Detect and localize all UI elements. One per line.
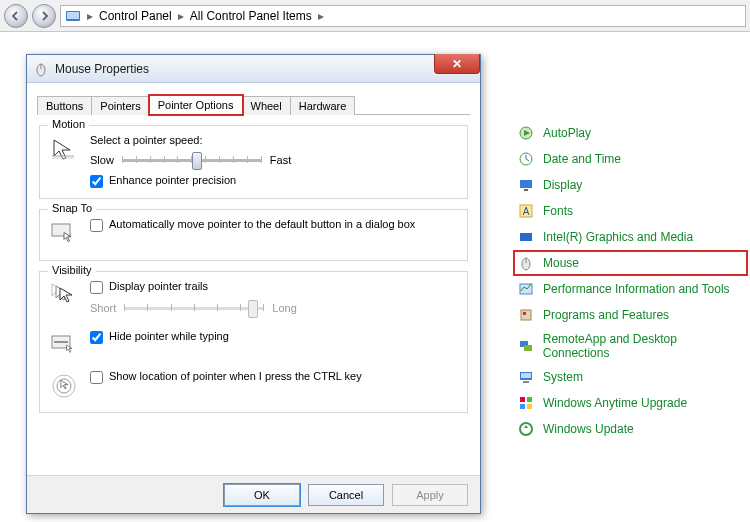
apply-button: Apply [392, 484, 468, 506]
close-button[interactable]: ✕ [434, 54, 480, 74]
cp-item-remoteapp[interactable]: RemoteApp and Desktop Connections [513, 328, 748, 364]
performance-icon [517, 280, 535, 298]
hide-pointer-icon [48, 330, 80, 362]
breadcrumb-root[interactable]: Control Panel [99, 9, 172, 23]
svg-rect-6 [524, 189, 528, 191]
motion-group: Motion Select a pointer speed: Slow [39, 125, 468, 199]
cp-item-label: Date and Time [543, 152, 621, 166]
cp-item-label: RemoteApp and Desktop Connections [543, 332, 744, 360]
nav-forward-button[interactable] [32, 4, 56, 28]
trails-short-label: Short [90, 302, 116, 314]
snap-to-icon [48, 218, 80, 250]
dialog-titlebar[interactable]: Mouse Properties ✕ [27, 55, 480, 83]
cp-item-label: Mouse [543, 256, 579, 270]
cp-item-system[interactable]: System [513, 364, 748, 390]
pointer-trails-icon [48, 280, 80, 312]
breadcrumb-level2[interactable]: All Control Panel Items [190, 9, 312, 23]
control-panel-icon [65, 8, 81, 24]
svg-rect-14 [523, 312, 526, 315]
tab-hardware[interactable]: Hardware [290, 96, 356, 115]
svg-point-24 [520, 423, 532, 435]
fonts-icon: A [517, 202, 535, 220]
cp-item-label: System [543, 370, 583, 384]
dialog-tabs: Buttons Pointers Pointer Options Wheel H… [37, 91, 470, 115]
auto-move-checkbox[interactable]: Automatically move pointer to the defaul… [90, 218, 459, 232]
cp-item-programs[interactable]: Programs and Features [513, 302, 748, 328]
svg-rect-21 [527, 397, 532, 402]
control-panel-items-list: AutoPlay Date and Time Display AFonts In… [513, 120, 748, 442]
pointer-trails-slider [124, 298, 264, 318]
address-bar[interactable]: ▸ Control Panel ▸ All Control Panel Item… [60, 5, 746, 27]
svg-rect-23 [527, 404, 532, 409]
enhance-precision-checkbox[interactable]: Enhance pointer precision [90, 174, 459, 188]
cp-item-display[interactable]: Display [513, 172, 748, 198]
snap-legend: Snap To [48, 202, 96, 214]
mouse-icon [517, 254, 535, 272]
ctrl-locate-icon [48, 370, 80, 402]
cp-item-performance[interactable]: Performance Information and Tools [513, 276, 748, 302]
chevron-right-icon: ▸ [316, 9, 326, 23]
ok-button[interactable]: OK [224, 484, 300, 506]
chevron-right-icon: ▸ [176, 9, 186, 23]
windows-update-icon [517, 420, 535, 438]
hide-while-typing-checkbox[interactable]: Hide pointer while typing [90, 330, 459, 344]
cp-item-label: Windows Anytime Upgrade [543, 396, 687, 410]
chevron-right-icon: ▸ [85, 9, 95, 23]
tab-pointers[interactable]: Pointers [91, 96, 149, 115]
cp-item-label: Windows Update [543, 422, 634, 436]
slider-slow-label: Slow [90, 154, 114, 166]
pointer-trails-checkbox[interactable]: Display pointer trails [90, 280, 459, 294]
cp-item-windows-update[interactable]: Windows Update [513, 416, 748, 442]
tab-wheel[interactable]: Wheel [242, 96, 291, 115]
tab-buttons[interactable]: Buttons [37, 96, 92, 115]
trails-long-label: Long [272, 302, 296, 314]
cp-item-fonts[interactable]: AFonts [513, 198, 748, 224]
cp-item-intel-graphics[interactable]: Intel(R) Graphics and Media [513, 224, 748, 250]
cursor-speed-icon [48, 134, 80, 166]
cp-item-label: Display [543, 178, 582, 192]
mouse-icon [33, 61, 49, 77]
visibility-legend: Visibility [48, 264, 96, 276]
dialog-title: Mouse Properties [55, 62, 149, 76]
slider-fast-label: Fast [270, 154, 291, 166]
pointer-speed-slider[interactable] [122, 150, 262, 170]
svg-rect-19 [523, 381, 529, 383]
svg-rect-9 [520, 233, 532, 241]
display-icon [517, 176, 535, 194]
cp-item-date-time[interactable]: Date and Time [513, 146, 748, 172]
cp-item-label: Performance Information and Tools [543, 282, 730, 296]
autoplay-icon [517, 124, 535, 142]
cp-item-label: AutoPlay [543, 126, 591, 140]
snap-to-group: Snap To Automatically move pointer to th… [39, 209, 468, 261]
clock-icon [517, 150, 535, 168]
cp-item-label: Programs and Features [543, 308, 669, 322]
tab-pointer-options[interactable]: Pointer Options [149, 95, 243, 115]
svg-rect-20 [520, 397, 525, 402]
visibility-group: Visibility Display pointer trails Short [39, 271, 468, 413]
intel-icon [517, 228, 535, 246]
svg-rect-1 [67, 12, 79, 19]
mouse-properties-dialog: Mouse Properties ✕ Buttons Pointers Poin… [26, 54, 481, 514]
dialog-button-bar: OK Cancel Apply [27, 475, 480, 513]
svg-rect-22 [520, 404, 525, 409]
breadcrumb-toolbar: ▸ Control Panel ▸ All Control Panel Item… [0, 0, 750, 32]
remoteapp-icon [517, 337, 535, 355]
svg-rect-18 [521, 373, 531, 378]
svg-rect-16 [524, 345, 532, 351]
cancel-button[interactable]: Cancel [308, 484, 384, 506]
cp-item-label: Fonts [543, 204, 573, 218]
cp-item-anytime-upgrade[interactable]: Windows Anytime Upgrade [513, 390, 748, 416]
system-icon [517, 368, 535, 386]
motion-legend: Motion [48, 118, 89, 130]
cp-item-mouse[interactable]: Mouse [513, 250, 748, 276]
pointer-speed-label: Select a pointer speed: [90, 134, 459, 146]
close-icon: ✕ [452, 57, 462, 71]
show-ctrl-location-checkbox[interactable]: Show location of pointer when I press th… [90, 370, 459, 384]
cp-item-label: Intel(R) Graphics and Media [543, 230, 693, 244]
windows-upgrade-icon [517, 394, 535, 412]
svg-text:A: A [523, 206, 530, 217]
programs-icon [517, 306, 535, 324]
svg-rect-5 [520, 180, 532, 188]
nav-back-button[interactable] [4, 4, 28, 28]
cp-item-autoplay[interactable]: AutoPlay [513, 120, 748, 146]
